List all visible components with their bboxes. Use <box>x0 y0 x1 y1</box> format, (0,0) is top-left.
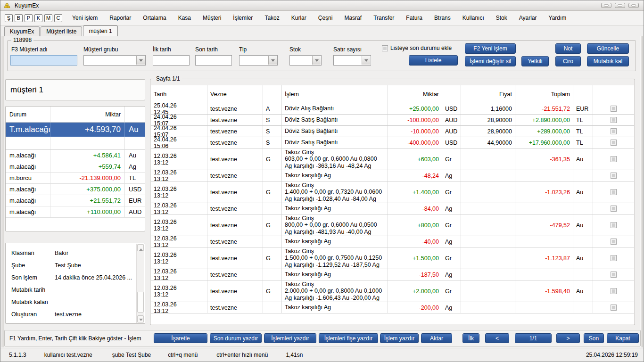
scroll-up-icon[interactable] <box>137 244 144 251</box>
kapat-button[interactable]: Kapat <box>607 333 639 343</box>
row-checkbox[interactable] <box>611 117 617 123</box>
menu-item[interactable]: İşlemler <box>233 15 253 21</box>
menu-item[interactable]: Kurlar <box>291 15 306 21</box>
menu-item[interactable]: Raporlar <box>109 15 131 21</box>
quick-button-m[interactable]: M <box>44 14 52 22</box>
reconcile-button[interactable]: Mutabık kal <box>587 56 629 66</box>
transaction-row[interactable]: 12.03.26 13:12test.vezneGTakoz Giriş 1.4… <box>151 181 634 203</box>
menu-item[interactable]: Müşteri <box>203 15 221 21</box>
balance-row[interactable]: m.alacağı+375.000,00USD <box>6 184 145 195</box>
maximize-button[interactable] <box>615 3 625 8</box>
tab-müşteri-1[interactable]: müşteri 1 <box>83 25 117 36</box>
transaction-row[interactable]: 12.03.26 13:12test.vezneTakoz karşılığı … <box>151 203 634 214</box>
row-checkbox[interactable] <box>611 304 617 311</box>
transaction-row[interactable]: 24.04.26 15:06test.vezneSDöviz Satış Bağ… <box>151 137 634 148</box>
tab-müşteri-liste[interactable]: Müşteri liste <box>41 26 82 36</box>
balance-selected-row[interactable]: T.m.alacağı +4.593,70 Au <box>6 123 145 137</box>
scroll-down-icon[interactable] <box>137 315 144 322</box>
row-count-combo[interactable] <box>333 55 371 66</box>
aktar-button[interactable]: Aktar <box>421 333 452 343</box>
menu-item[interactable]: Takoz <box>264 15 279 21</box>
row-checkbox[interactable] <box>611 173 617 179</box>
page-indicator-button[interactable]: 1/1 <box>515 333 552 343</box>
menu-item[interactable]: Stok <box>496 15 507 21</box>
edit-delete-transaction-button[interactable]: İşlemi değiştir sil <box>465 56 516 66</box>
transaction-row[interactable]: 12.03.26 13:12test.vezneTakoz karşılığı … <box>151 236 634 247</box>
row-checkbox[interactable] <box>611 156 617 162</box>
row-checkbox[interactable] <box>611 255 617 261</box>
append-last-status-checkbox[interactable]: Listeye son durumu ekle <box>382 45 452 51</box>
quick-button-k[interactable]: K <box>34 14 42 22</box>
row-checkbox[interactable] <box>611 206 617 212</box>
row-checkbox[interactable] <box>611 222 617 228</box>
last-date-input[interactable] <box>195 55 232 66</box>
row-checkbox[interactable] <box>611 272 617 278</box>
details-scrollbar[interactable] <box>136 244 144 323</box>
minimize-button[interactable] <box>601 3 611 8</box>
menu-item[interactable]: Yeni işlem <box>72 15 98 21</box>
balance-row[interactable]: m.alacağı+4.586,41Au <box>6 150 145 161</box>
chevron-down-icon[interactable] <box>136 56 145 65</box>
menu-item[interactable]: Masraf <box>344 15 362 21</box>
right-resize-grip[interactable] <box>640 36 643 347</box>
islem-yazdir-button[interactable]: İşlem yazdır <box>380 333 419 343</box>
row-checkbox[interactable] <box>611 239 617 245</box>
quick-button-p[interactable]: P <box>25 14 33 22</box>
transaction-row[interactable]: 12.03.26 13:12test.vezneTakoz karşılığı … <box>151 269 634 280</box>
first-date-input[interactable] <box>153 55 190 66</box>
islemleri-fise-yazdir-button[interactable]: İşlemleri fişe yazdır <box>319 333 378 343</box>
customer-name-input[interactable] <box>10 55 77 66</box>
balance-row[interactable]: m.alacağı+559,74Ag <box>6 161 145 173</box>
new-transaction-button[interactable]: F2 Yeni işlem <box>465 43 516 54</box>
customer-group-combo[interactable] <box>83 55 146 66</box>
chevron-down-icon[interactable] <box>312 56 321 65</box>
type-combo[interactable] <box>239 55 278 66</box>
balance-row[interactable]: m.borcu-21.139.000,00TL <box>6 173 145 184</box>
row-checkbox[interactable] <box>611 128 617 134</box>
update-button[interactable]: Güncelle <box>587 43 629 54</box>
tab-kuyumex[interactable]: KuyumEx <box>4 26 40 36</box>
last-page-button[interactable]: Son <box>584 333 604 343</box>
isaretle-button[interactable]: İşaretle <box>154 333 207 343</box>
menu-item[interactable]: Ortalama <box>143 15 166 21</box>
row-checkbox[interactable] <box>611 189 617 195</box>
checkbox-icon[interactable] <box>382 45 388 51</box>
balance-row[interactable]: m.alacağı+110.000,00AUD <box>6 206 145 218</box>
menu-item[interactable]: Btrans <box>434 15 451 21</box>
transaction-row[interactable]: 12.03.26 13:12test.vezneGTakoz Giriş 2.0… <box>151 280 634 302</box>
quick-button-c[interactable]: C <box>54 14 62 22</box>
balance-row[interactable]: m.alacağı+21.551,72EUR <box>6 195 145 206</box>
chevron-down-icon[interactable] <box>268 56 277 65</box>
transaction-row[interactable]: 24.04.26 15:07test.vezneSDöviz Satış Bağ… <box>151 126 634 137</box>
first-page-button[interactable]: İlk <box>462 333 479 343</box>
son-durum-yazdir-button[interactable]: Son durum yazdır <box>210 333 262 343</box>
chevron-down-icon[interactable] <box>362 56 370 65</box>
authorized-button[interactable]: Yetkili <box>521 56 549 66</box>
menu-item[interactable]: Kullanıcı <box>462 15 484 21</box>
left-resize-grip[interactable] <box>1 36 4 347</box>
next-page-button[interactable]: > <box>556 333 580 343</box>
turnover-button[interactable]: Ciro <box>555 56 581 66</box>
row-checkbox[interactable] <box>611 106 617 112</box>
menu-item[interactable]: Kasa <box>178 15 191 21</box>
transaction-row[interactable]: 12.03.26 13:12test.vezneGTakoz Giriş 1.5… <box>151 247 634 269</box>
scroll-thumb[interactable] <box>137 292 144 313</box>
transaction-row[interactable]: 12.03.26 13:12test.vezneTakoz karşılığı … <box>151 302 634 313</box>
close-button[interactable] <box>628 3 639 8</box>
row-checkbox[interactable] <box>611 288 617 294</box>
row-checkbox[interactable] <box>611 140 617 146</box>
menu-item[interactable]: Transfer <box>373 15 394 21</box>
prev-page-button[interactable]: < <box>485 333 509 343</box>
menu-item[interactable]: Ayarlar <box>519 15 537 21</box>
islemleri-yazdir-button[interactable]: İşlemleri yazdır <box>264 333 316 343</box>
transaction-row[interactable]: 25.04.26 12:45test.vezneADöviz Alış Bağl… <box>151 103 634 115</box>
menu-item[interactable]: Yardım <box>549 15 567 21</box>
transaction-row[interactable]: 12.03.26 13:12test.vezneTakoz karşılığı … <box>151 170 634 181</box>
list-button[interactable]: Listele <box>409 55 458 66</box>
transaction-row[interactable]: 12.03.26 13:12test.vezneGTakoz Giriş 603… <box>151 148 634 170</box>
stock-combo[interactable] <box>289 55 322 66</box>
quick-button-b[interactable]: B <box>15 14 23 22</box>
transaction-row[interactable]: 24.04.26 15:07test.vezneSDöviz Satış Bağ… <box>151 115 634 126</box>
quick-button-ş[interactable]: Ş <box>5 14 13 22</box>
menu-item[interactable]: Çeşni <box>318 15 333 21</box>
